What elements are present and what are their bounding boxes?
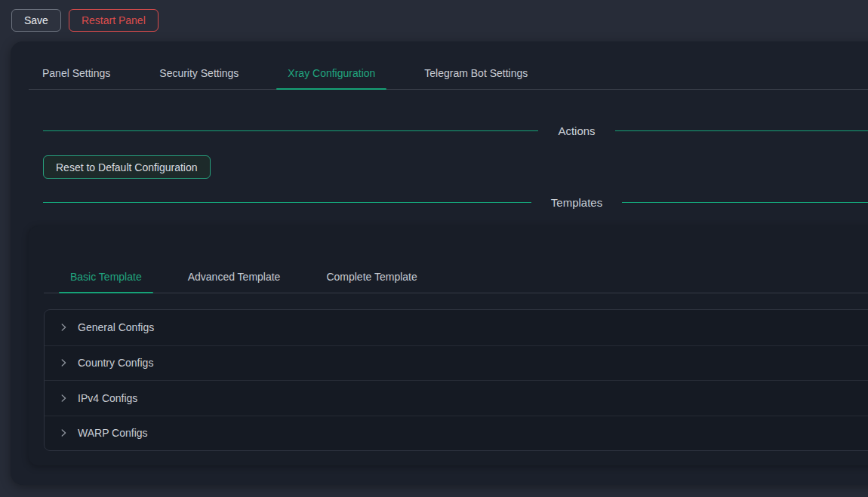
restart-panel-button[interactable]: Restart Panel <box>69 9 159 32</box>
settings-card: Panel Settings Security Settings Xray Co… <box>11 41 868 485</box>
chevron-right-icon <box>58 357 69 368</box>
tab-xray-configuration[interactable]: Xray Configuration <box>276 57 386 89</box>
tab-advanced-template[interactable]: Advanced Template <box>177 260 292 293</box>
settings-page: { "colors": { "accent": "#16a277", "acce… <box>0 0 868 497</box>
tab-telegram-bot-settings[interactable]: Telegram Bot Settings <box>413 57 539 89</box>
tab-panel-settings[interactable]: Panel Settings <box>31 57 122 89</box>
collapse-label: General Configs <box>78 321 154 333</box>
template-tab-bar: Basic Template Advanced Template Complet… <box>44 260 868 293</box>
divider-line <box>43 202 531 203</box>
settings-tab-bar: Panel Settings Security Settings Xray Co… <box>29 57 868 90</box>
divider-line <box>622 202 868 203</box>
actions-divider: Actions <box>43 121 868 140</box>
top-action-bar: Save Restart Panel <box>11 9 159 32</box>
collapse-label: IPv4 Configs <box>78 392 137 404</box>
collapse-label: WARP Configs <box>78 427 148 439</box>
templates-divider: Templates <box>43 193 868 211</box>
tab-basic-template[interactable]: Basic Template <box>59 260 153 293</box>
collapse-country-configs[interactable]: Country Configs <box>45 345 868 381</box>
chevron-right-icon <box>58 393 69 403</box>
collapse-general-configs[interactable]: General Configs <box>45 310 868 345</box>
templates-divider-label: Templates <box>551 196 602 209</box>
collapse-warp-configs[interactable]: WARP Configs <box>45 416 868 451</box>
collapse-ipv4-configs[interactable]: IPv4 Configs <box>45 380 868 416</box>
chevron-right-icon <box>58 428 69 438</box>
reset-default-configuration-button[interactable]: Reset to Default Configuration <box>43 155 211 179</box>
divider-line <box>615 130 868 131</box>
templates-card: Basic Template Advanced Template Complet… <box>29 226 868 465</box>
tab-complete-template[interactable]: Complete Template <box>315 260 428 293</box>
collapse-label: Country Configs <box>78 357 153 369</box>
tab-security-settings[interactable]: Security Settings <box>148 57 250 89</box>
actions-divider-label: Actions <box>558 124 595 137</box>
save-button[interactable]: Save <box>11 9 61 32</box>
chevron-right-icon <box>58 322 69 333</box>
divider-line <box>43 130 538 131</box>
config-collapse-list: General Configs Country Configs IPv4 Con… <box>44 309 868 451</box>
